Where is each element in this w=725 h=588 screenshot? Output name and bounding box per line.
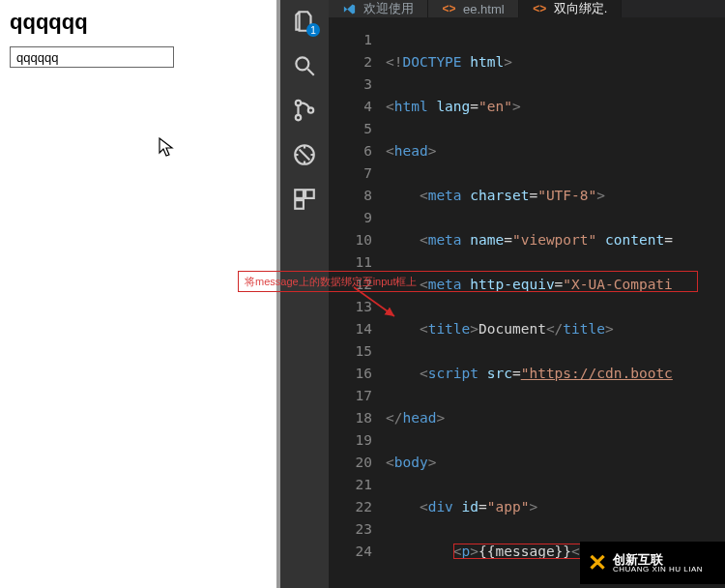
message-input[interactable] [10,46,174,68]
code-editor: 1 欢迎使用 <> ee.html <> 双向绑定. [280,0,725,588]
tab-label: 双向绑定. [554,0,608,17]
svg-rect-5 [295,190,304,198]
activity-bar: 1 [280,0,329,588]
svg-rect-7 [295,200,304,209]
source-control-icon[interactable] [291,97,318,124]
code-body[interactable]: 123456789101112131415161718192021222324 … [329,17,725,588]
mouse-cursor-icon [159,137,176,159]
watermark-logo: ✕ 创新互联 CHUANG XIN HU LIAN [580,542,725,584]
explorer-icon[interactable]: 1 [291,8,318,35]
debug-icon[interactable] [291,141,318,168]
search-icon[interactable] [291,52,318,79]
svg-point-3 [308,107,313,112]
tab-label: 欢迎使用 [363,0,414,17]
tab-label: ee.html [463,2,505,16]
tab-welcome[interactable]: 欢迎使用 [329,0,428,17]
svg-point-0 [296,57,308,70]
editor-area: 欢迎使用 <> ee.html <> 双向绑定. 123456789101112… [329,0,725,588]
browser-preview-pane: qqqqqq [0,0,280,588]
line-gutter: 123456789101112131415161718192021222324 [329,17,382,588]
logo-mark-icon: ✕ [588,549,607,576]
code-content[interactable]: <!DOCTYPE html> <html lang="en"> <head> … [382,17,725,588]
editor-tabs: 欢迎使用 <> ee.html <> 双向绑定. [329,0,725,17]
tab-ee-html[interactable]: <> ee.html [428,0,519,17]
logo-text-en: CHUANG XIN HU LIAN [613,566,703,573]
html5-icon: <> [442,2,456,16]
tab-binding[interactable]: <> 双向绑定. [519,0,623,17]
svg-point-1 [296,101,301,105]
svg-point-2 [296,115,301,120]
vscode-icon [342,2,357,16]
html5-icon: <> [533,2,547,16]
logo-text-cn: 创新互联 [613,553,703,566]
output-message: qqqqqq [10,10,267,35]
svg-rect-6 [305,190,314,198]
extensions-icon[interactable] [291,186,318,213]
explorer-badge: 1 [306,23,320,37]
